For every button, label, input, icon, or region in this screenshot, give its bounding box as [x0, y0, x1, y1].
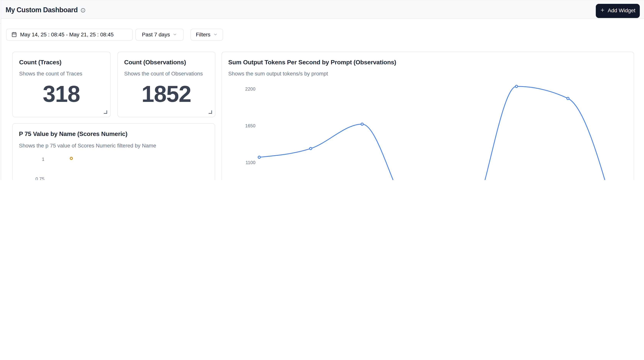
svg-text:1100: 1100: [245, 160, 255, 165]
svg-text:1650: 1650: [245, 123, 255, 128]
svg-text:2200: 2200: [245, 86, 255, 91]
svg-text:0.75: 0.75: [35, 176, 44, 180]
svg-text:1: 1: [42, 157, 44, 162]
